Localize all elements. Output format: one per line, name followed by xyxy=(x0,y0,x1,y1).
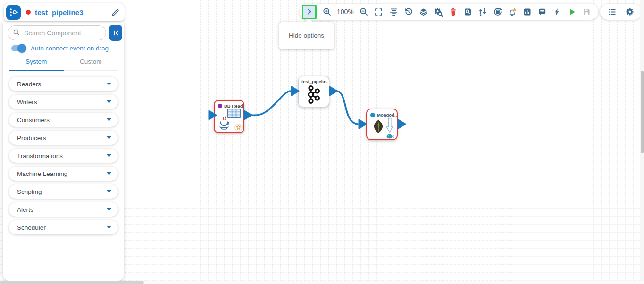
node-status-dot xyxy=(370,113,375,117)
list-icon xyxy=(608,8,617,17)
trigger-button[interactable] xyxy=(552,7,562,17)
inspect-data-button[interactable] xyxy=(463,7,473,17)
alerts-button[interactable] xyxy=(508,7,517,17)
statistics-button[interactable] xyxy=(523,7,532,17)
java-icon xyxy=(218,116,230,131)
trash-icon xyxy=(449,8,458,17)
zoom-in-button[interactable] xyxy=(322,7,332,17)
tooltip-text: Hide options xyxy=(289,32,324,39)
auto-connect-toggle[interactable] xyxy=(11,45,25,51)
chevron-down-icon xyxy=(107,118,111,121)
category-readers[interactable]: Readers xyxy=(9,77,118,91)
tab-custom[interactable]: Custom xyxy=(64,58,118,70)
reroute-arrows-icon xyxy=(478,7,487,17)
restore-document-icon xyxy=(493,7,502,17)
tab-system[interactable]: System xyxy=(9,58,64,71)
category-machine-learning[interactable]: Machine Learning xyxy=(9,167,118,181)
chevron-down-icon xyxy=(107,154,111,157)
settings-button[interactable] xyxy=(625,7,635,17)
category-writers[interactable]: Writers xyxy=(9,95,118,109)
collapse-left-icon xyxy=(111,29,120,37)
save-button[interactable] xyxy=(582,7,592,17)
category-transformations[interactable]: Transformations xyxy=(9,149,118,163)
list-view-button[interactable] xyxy=(607,7,617,17)
vertical-scrollbar-thumb[interactable] xyxy=(641,71,644,153)
delete-button[interactable] xyxy=(448,7,458,17)
chevron-down-icon xyxy=(107,190,111,193)
auto-connect-label: Auto connect event on drag xyxy=(31,45,109,52)
zoom-out-icon xyxy=(359,7,368,17)
node-mongodb[interactable]: Mongod... xyxy=(366,109,398,140)
category-scripting[interactable]: Scripting xyxy=(9,184,118,199)
search-icon xyxy=(13,29,20,36)
zoom-out-button[interactable] xyxy=(359,7,368,17)
chevron-right-icon xyxy=(306,8,313,16)
comment-bubble-icon xyxy=(538,8,547,17)
gear-search-icon xyxy=(434,7,443,17)
canvas-toolbar: 100% xyxy=(300,4,598,20)
unsaved-status-dot xyxy=(26,10,31,15)
fit-screen-icon xyxy=(374,8,383,17)
reroute-connections-button[interactable] xyxy=(478,7,487,17)
layers-icon xyxy=(419,8,428,17)
chevron-down-icon xyxy=(107,172,111,175)
align-center-button[interactable] xyxy=(389,7,398,17)
node-label: test_pipelin... xyxy=(301,79,328,84)
gear-icon xyxy=(625,7,635,17)
hide-options-button[interactable] xyxy=(302,5,317,19)
category-alerts[interactable]: Alerts xyxy=(9,202,118,217)
fish-badge-icon xyxy=(386,133,394,140)
history-icon xyxy=(404,7,413,17)
save-disk-icon xyxy=(582,8,591,17)
kafka-icon xyxy=(306,84,321,105)
node-kafka[interactable]: test_pipelin... xyxy=(298,76,329,107)
horizontal-scrollbar[interactable] xyxy=(0,281,644,284)
category-scheduler[interactable]: Scheduler xyxy=(9,220,118,234)
align-center-icon xyxy=(389,8,398,17)
play-icon xyxy=(568,8,577,17)
tooltip-hide-options: Hide options xyxy=(279,22,334,49)
chevron-down-icon xyxy=(107,208,111,211)
download-arrow-icon xyxy=(386,117,393,134)
vertical-scrollbar[interactable] xyxy=(640,0,644,284)
pipeline-logo-icon xyxy=(8,7,19,18)
pipeline-settings-button[interactable] xyxy=(434,7,443,17)
category-consumers[interactable]: Consumers xyxy=(9,113,118,127)
pipeline-header-card: test_pipeline3 xyxy=(4,3,125,21)
toggle-knob xyxy=(17,44,26,53)
chevron-down-icon xyxy=(107,136,111,139)
zoom-in-icon xyxy=(322,7,332,17)
category-producers[interactable]: Producers xyxy=(9,131,118,145)
category-list: Readers Writers Consumers Producers Tran… xyxy=(9,77,118,234)
component-sidebar: Auto connect event on drag System Custom… xyxy=(3,22,124,281)
chevron-down-icon xyxy=(107,226,111,229)
fit-screen-button[interactable] xyxy=(374,7,384,17)
alert-bell-icon xyxy=(508,7,517,17)
edit-pencil-icon[interactable] xyxy=(111,8,120,17)
pipeline-title: test_pipeline3 xyxy=(35,8,111,17)
view-options-card xyxy=(600,4,642,20)
bar-chart-icon xyxy=(523,8,532,17)
component-tabs: System Custom xyxy=(9,58,118,71)
data-preview-icon xyxy=(463,8,472,17)
restore-version-button[interactable] xyxy=(493,7,502,17)
history-button[interactable] xyxy=(404,7,413,17)
mongodb-leaf-icon xyxy=(372,119,385,134)
collapse-panel-button[interactable] xyxy=(109,25,122,41)
lightning-bolt-icon xyxy=(553,8,561,17)
star-badge-icon xyxy=(234,124,243,132)
app-logo[interactable] xyxy=(6,5,21,20)
comments-button[interactable] xyxy=(537,7,547,17)
node-db-reader[interactable]: DB Read... xyxy=(214,100,244,133)
chevron-down-icon xyxy=(107,83,111,85)
layers-button[interactable] xyxy=(418,7,428,17)
chevron-down-icon xyxy=(107,100,111,103)
zoom-level: 100% xyxy=(337,8,354,16)
node-status-dot xyxy=(218,104,222,108)
run-pipeline-button[interactable] xyxy=(567,7,577,17)
search-input[interactable] xyxy=(8,25,106,40)
horizontal-scrollbar-thumb[interactable] xyxy=(0,281,144,284)
